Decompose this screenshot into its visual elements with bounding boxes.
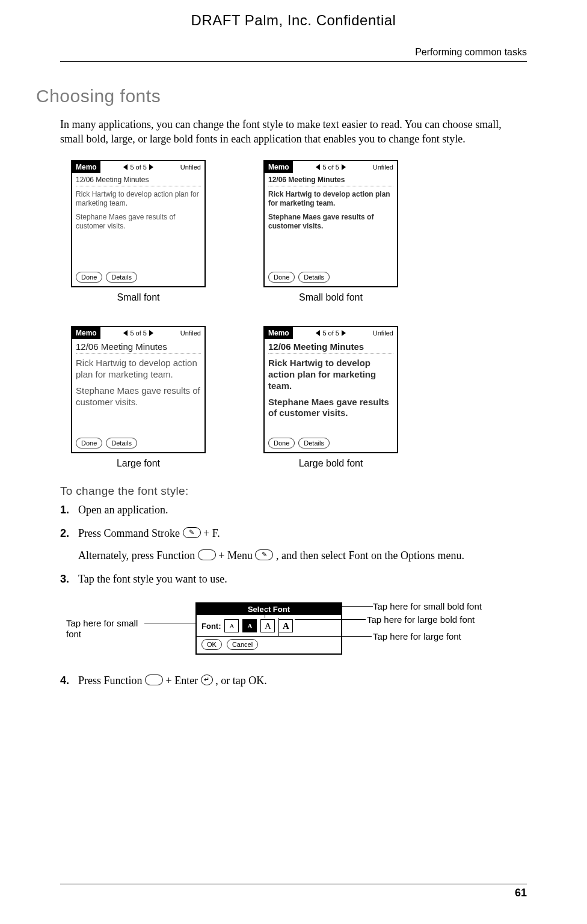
memo-counter: 5 of 5 [130, 329, 147, 337]
step-1: Open an application. [60, 503, 527, 518]
done-button[interactable]: Done [268, 438, 295, 448]
next-icon [149, 330, 153, 336]
lead-line [278, 618, 279, 636]
callout-large: Tap here for large font [373, 631, 461, 642]
memo-app-label: Memo [72, 163, 100, 171]
memo-title: 12/06 Meeting Minutes [76, 341, 201, 355]
memo-p1: Rick Hartwig to develop action plan for … [76, 190, 201, 208]
callout-small-bold: Tap here for small bold font [373, 601, 482, 612]
memo-screenshot-large: Memo 5 of 5 Unfiled 12/06 Meeting Minute… [71, 326, 206, 453]
memo-p2: Stephane Maes gave results of customer v… [268, 213, 393, 231]
memo-app-label: Memo [265, 163, 293, 171]
enter-key-icon [201, 675, 213, 685]
step-4: Press Function + Enter , or tap OK. [60, 673, 527, 688]
memo-p1: Rick Hartwig to develop action plan for … [76, 358, 201, 381]
step-4-b: + Enter [166, 675, 201, 687]
step-2-alt-b: + Menu [218, 549, 255, 561]
ok-button[interactable]: OK [201, 639, 222, 650]
figure-large-bold: Memo 5 of 5 Unfiled 12/06 Meeting Minute… [253, 326, 409, 469]
details-button[interactable]: Details [106, 438, 137, 448]
step-3: Tap the font style you want to use. [60, 572, 527, 587]
next-icon [342, 330, 346, 336]
font-option-large-bold[interactable]: A [278, 619, 293, 632]
step-4-c: , or tap OK. [215, 675, 266, 687]
done-button[interactable]: Done [76, 438, 102, 448]
running-header: Performing common tasks [60, 47, 527, 62]
memo-p2: Stephane Maes gave results of customer v… [76, 385, 201, 408]
done-button[interactable]: Done [268, 272, 295, 283]
step-2-alt-c: , and then select Font on the Options me… [276, 549, 464, 561]
function-key-icon [145, 675, 163, 685]
memo-counter: 5 of 5 [322, 164, 339, 171]
procedure-steps: Open an application. Press Command Strok… [60, 503, 527, 587]
memo-title: 12/06 Meeting Minutes [76, 176, 201, 186]
procedure-heading: To change the font style: [60, 485, 527, 498]
command-stroke-icon [183, 527, 201, 538]
prev-icon [123, 330, 128, 336]
memo-app-label: Memo [72, 329, 100, 337]
lead-line [265, 606, 373, 607]
prev-icon [316, 164, 320, 170]
step-4-a: Press Function [78, 675, 145, 687]
prev-icon [316, 330, 320, 336]
memo-p1: Rick Hartwig to develop action plan for … [268, 358, 393, 391]
memo-p2: Stephane Maes gave results of customer v… [76, 213, 201, 231]
memo-category: Unfiled [369, 327, 397, 339]
step-2-alt-a: Alternately, press Function [78, 549, 198, 561]
memo-screenshot-small-bold: Memo 5 of 5 Unfiled 12/06 Meeting Minute… [263, 160, 398, 287]
lead-line [295, 619, 366, 620]
memo-screenshot-small: Memo 5 of 5 Unfiled 12/06 Meeting Minute… [71, 160, 206, 287]
next-icon [149, 164, 153, 170]
memo-category: Unfiled [177, 161, 204, 173]
details-button[interactable]: Details [298, 272, 330, 283]
step-2: Press Command Stroke + F. Alternately, p… [60, 526, 527, 563]
memo-app-label: Memo [265, 329, 293, 337]
caption-large-bold: Large bold font [299, 458, 363, 469]
caption-small: Small font [117, 292, 159, 303]
details-button[interactable]: Details [298, 438, 330, 448]
done-button[interactable]: Done [76, 272, 102, 283]
section-title: Choosing fonts [36, 86, 527, 106]
figure-grid: Memo 5 of 5 Unfiled 12/06 Meeting Minute… [60, 160, 527, 469]
memo-counter: 5 of 5 [322, 329, 339, 337]
page-number: 61 [60, 884, 527, 899]
cancel-button[interactable]: Cancel [227, 639, 258, 650]
select-font-figure: Tap here for small font Select Font Font… [60, 596, 527, 662]
details-button[interactable]: Details [106, 272, 137, 283]
callout-large-bold: Tap here for large bold font [367, 614, 475, 625]
dialog-title: Select Font [197, 604, 341, 616]
memo-p1: Rick Hartwig to develop action plan for … [268, 190, 393, 208]
select-font-dialog: Select Font Font: A A A A OK Cancel [195, 602, 342, 655]
next-icon [342, 164, 346, 170]
procedure-steps-cont: Press Function + Enter , or tap OK. [60, 673, 527, 688]
lead-line [265, 606, 265, 618]
lead-line [278, 636, 372, 637]
memo-p2: Stephane Maes gave results of customer v… [268, 397, 393, 420]
intro-paragraph: In many applications, you can change the… [60, 117, 527, 147]
figure-large-font: Memo 5 of 5 Unfiled 12/06 Meeting Minute… [60, 326, 217, 469]
caption-large: Large font [117, 458, 160, 469]
step-2-text-b: + F. [203, 527, 220, 539]
step-2-text-a: Press Command Stroke [78, 527, 183, 539]
prev-icon [123, 164, 128, 170]
memo-title: 12/06 Meeting Minutes [268, 341, 393, 355]
function-key-icon [198, 549, 216, 560]
font-label: Font: [201, 622, 221, 631]
memo-counter: 5 of 5 [130, 164, 147, 171]
memo-screenshot-large-bold: Memo 5 of 5 Unfiled 12/06 Meeting Minute… [263, 326, 398, 453]
figure-small-bold: Memo 5 of 5 Unfiled 12/06 Meeting Minute… [253, 160, 409, 303]
draft-header: DRAFT Palm, Inc. Confidential [60, 12, 527, 29]
memo-title: 12/06 Meeting Minutes [268, 176, 393, 186]
font-option-small[interactable]: A [224, 619, 239, 632]
memo-category: Unfiled [177, 327, 204, 339]
caption-small-bold: Small bold font [299, 292, 363, 303]
callout-small-font: Tap here for small font [66, 618, 144, 640]
figure-small-font: Memo 5 of 5 Unfiled 12/06 Meeting Minute… [60, 160, 217, 303]
memo-category: Unfiled [369, 161, 397, 173]
menu-key-icon [255, 549, 273, 560]
font-option-large[interactable]: A [260, 619, 275, 632]
font-option-small-bold[interactable]: A [242, 619, 257, 632]
